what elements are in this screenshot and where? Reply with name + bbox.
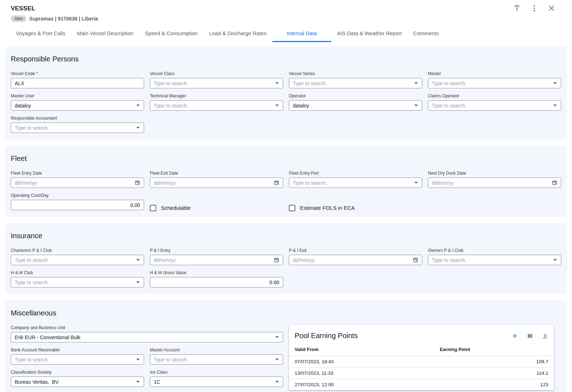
field-ice-class: Ice Class	[150, 370, 283, 387]
field-technical-manager: Technical Manager	[150, 93, 283, 111]
field-label: Technical Manager	[150, 93, 283, 98]
kebab-menu-icon[interactable]	[530, 4, 538, 12]
hm-club-input[interactable]	[11, 277, 136, 287]
field-label: Fleet Exit Date	[150, 171, 283, 176]
table-row[interactable]: 27/07/2023, 12:00 123	[289, 379, 554, 391]
company-business-unit-select[interactable]	[11, 332, 283, 342]
bank-account-receivable-select[interactable]	[11, 354, 144, 365]
tab-load-discharge-rates[interactable]: Load & Discharge Rates	[203, 28, 272, 42]
technical-manager-select[interactable]	[150, 100, 283, 111]
hm-gross-value-input[interactable]	[150, 277, 283, 287]
chevron-down-icon	[414, 82, 418, 84]
claims-operator-select[interactable]	[428, 100, 561, 111]
chevron-down-icon	[275, 82, 279, 84]
responsible-accountant-select[interactable]	[11, 123, 144, 133]
columns-icon[interactable]	[527, 333, 533, 339]
vessel-class-select[interactable]	[150, 78, 283, 88]
chevron-down-icon	[136, 259, 140, 261]
classification-society-select[interactable]	[11, 377, 144, 387]
field-hm-club: H & M Club	[11, 270, 144, 287]
responsible-accountant-input[interactable]	[11, 123, 136, 133]
fleet-entry-port-select[interactable]	[289, 177, 422, 188]
vessel-class-input[interactable]	[150, 78, 275, 88]
pi-entry-date-input[interactable]	[150, 255, 273, 265]
tab-speed-consumption[interactable]: Speed & Consumption	[139, 28, 203, 42]
tab-main-vessel-description[interactable]: Main Vessel Description	[71, 28, 139, 42]
field-schedulable: Schedulable	[150, 193, 283, 215]
column-header-valid-from: Valid From	[289, 343, 434, 356]
vessel-series-select[interactable]	[289, 78, 422, 88]
claims-operator-input[interactable]	[428, 101, 553, 110]
master-select[interactable]	[428, 78, 561, 88]
field-fleet-exit-date: Fleet Exit Date	[150, 171, 283, 188]
chevron-down-icon	[275, 336, 279, 338]
field-claims-operator: Claims Operator	[428, 93, 561, 111]
calendar-icon[interactable]	[412, 257, 419, 263]
broadcast-icon[interactable]	[513, 4, 521, 12]
field-vessel-series: Vessel Series	[289, 71, 422, 88]
next-dry-dock-date-input[interactable]	[428, 178, 552, 188]
chevron-down-icon	[553, 259, 557, 261]
field-label: Master	[428, 71, 561, 76]
classification-society-input[interactable]	[11, 377, 136, 387]
chevron-down-icon	[275, 381, 279, 383]
chevron-down-icon	[275, 105, 279, 106]
field-label: P & I Entry	[150, 248, 283, 253]
charterers-pi-club-input[interactable]	[11, 255, 136, 265]
tab-ais-data-weather-report[interactable]: AIS Data & Weather Report	[331, 28, 407, 42]
section-title: Insurance	[11, 232, 561, 240]
close-icon[interactable]	[548, 4, 555, 12]
vessel-series-input[interactable]	[289, 78, 414, 88]
field-responsible-accountant: Responsible Accountant	[11, 116, 144, 133]
fleet-exit-date-input[interactable]	[150, 178, 273, 188]
tab-voyages-port-calls[interactable]: Voyages & Port Calls	[16, 28, 71, 42]
pool-earning-points-title: Pool Earning Points	[295, 332, 358, 340]
master-user-input[interactable]	[11, 101, 136, 110]
field-label: Charterers P & I Club	[11, 248, 144, 253]
master-user-select[interactable]	[11, 100, 144, 111]
checkbox-label: Estimate FOLS in ECA	[300, 205, 355, 211]
master-account-input[interactable]	[150, 355, 275, 364]
master-input[interactable]	[428, 78, 553, 88]
add-row-icon[interactable]	[512, 333, 518, 339]
charterers-pi-club-select[interactable]	[11, 255, 144, 265]
operator-input[interactable]	[289, 101, 414, 110]
field-label: Operating Cost/Day	[11, 193, 144, 198]
operator-select[interactable]	[289, 100, 422, 111]
field-label: Vessel Code *	[11, 71, 144, 76]
calendar-icon[interactable]	[552, 180, 558, 186]
earning-point-cell: 123	[434, 379, 554, 391]
hm-club-select[interactable]	[11, 277, 144, 287]
section-fleet: Fleet Fleet Entry Date Fleet Exit Da	[5, 146, 567, 217]
chevron-down-icon	[553, 82, 557, 84]
tab-internal-data[interactable]: Internal Data	[272, 28, 331, 42]
field-label: Ice Class	[150, 370, 283, 375]
master-account-select[interactable]	[150, 354, 283, 365]
schedulable-checkbox[interactable]: Schedulable	[150, 205, 191, 211]
ice-class-input[interactable]	[150, 377, 275, 387]
section-title: Responsible Persons	[11, 55, 561, 63]
field-fleet-entry-port: Fleet Entry Port	[289, 171, 422, 188]
calendar-icon[interactable]	[273, 257, 280, 263]
operating-cost-day-input[interactable]	[11, 200, 144, 210]
owners-pi-club-input[interactable]	[428, 255, 553, 265]
owners-pi-club-select[interactable]	[428, 255, 561, 265]
fleet-entry-port-input[interactable]	[289, 178, 414, 188]
fleet-entry-date-input[interactable]	[11, 178, 134, 188]
download-icon[interactable]	[542, 333, 548, 339]
table-row[interactable]: 07/07/2023, 18:43 109.7	[289, 356, 554, 368]
calendar-icon[interactable]	[134, 180, 140, 186]
estimate-fols-in-eca-checkbox[interactable]: Estimate FOLS in ECA	[289, 205, 355, 211]
ice-class-select[interactable]	[150, 377, 283, 387]
bank-account-receivable-input[interactable]	[11, 355, 136, 364]
tab-comments[interactable]: Comments	[407, 28, 444, 42]
vessel-code-input[interactable]	[11, 78, 144, 88]
technical-manager-input[interactable]	[150, 101, 275, 110]
section-responsible-persons: Responsible Persons Vessel Code * Vessel…	[5, 46, 567, 139]
pi-exit-date-input[interactable]	[289, 255, 412, 265]
calendar-icon[interactable]	[273, 180, 280, 186]
table-row[interactable]: 13/07/2023, 11:33 114.1	[289, 368, 554, 379]
field-label: P & I Exit	[289, 248, 422, 253]
company-business-unit-input[interactable]	[11, 332, 275, 342]
pool-earning-points-table: Valid From Earning Point 07/07/2023, 18:…	[289, 343, 554, 390]
